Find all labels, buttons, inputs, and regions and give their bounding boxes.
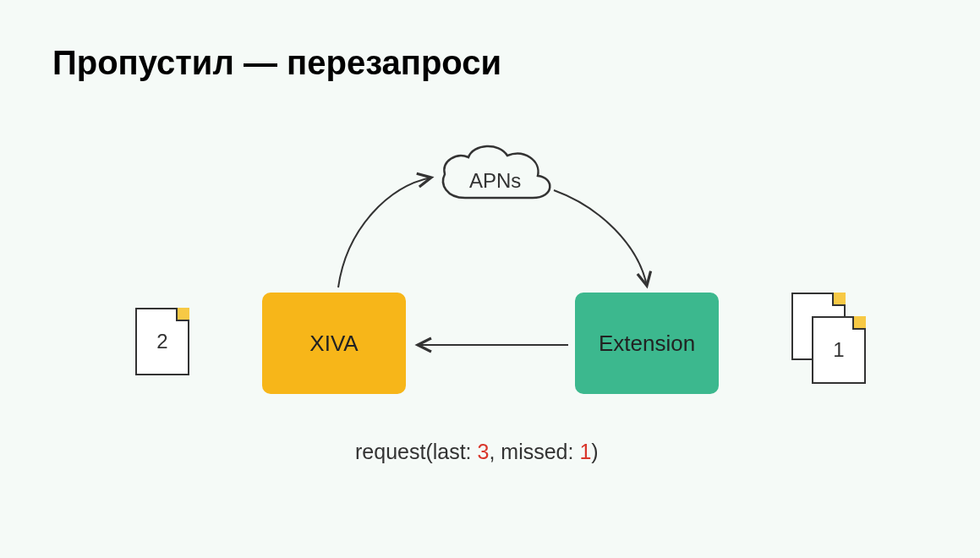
page-fold-icon (176, 308, 189, 321)
diagram-container: 2 XIVA Extension 3 1 APNs request( (0, 0, 980, 558)
request-mid: , missed: (489, 440, 579, 463)
page-icon-left: 2 (135, 308, 189, 375)
page-icon-right-front: 1 (812, 316, 866, 384)
page-fold-icon (852, 316, 866, 330)
request-last-value: 3 (478, 440, 490, 463)
extension-box: Extension (575, 293, 719, 394)
page-fold-icon (832, 293, 846, 306)
request-suffix: ) (591, 440, 598, 463)
xiva-label: XIVA (309, 331, 358, 357)
request-missed-value: 1 (579, 440, 591, 463)
page-number: 2 (137, 330, 188, 353)
extension-label: Extension (599, 331, 695, 357)
cloud-label: APNs (469, 169, 521, 193)
page-number: 1 (813, 338, 864, 362)
arrow-xiva-to-apns (338, 178, 431, 287)
xiva-box: XIVA (262, 293, 406, 394)
arrows-svg (0, 0, 980, 558)
arrow-apns-to-extension (554, 190, 647, 286)
request-caption: request(last: 3, missed: 1) (355, 440, 599, 464)
request-prefix: request(last: (355, 440, 478, 463)
